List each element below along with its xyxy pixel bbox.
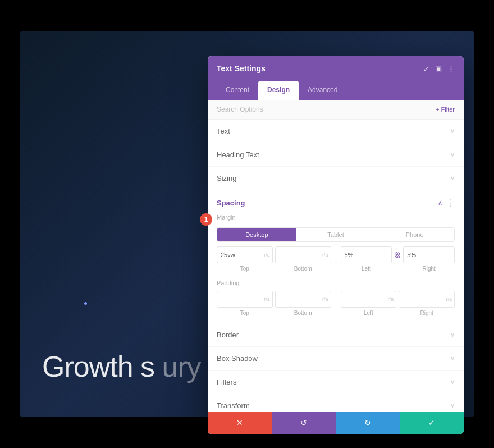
filter-button[interactable]: + Filter — [436, 106, 455, 113]
section-text[interactable]: Text ∨ — [208, 120, 464, 143]
chevron-text: ∨ — [450, 127, 455, 135]
margin-left-field[interactable]: 5% — [341, 246, 392, 263]
section-filters-label: Filters — [217, 378, 236, 386]
resp-tab-desktop[interactable]: Desktop — [217, 228, 296, 241]
modal-body: Text ∨ Heading Text ∨ Sizing ∨ Spacing ∧… — [208, 120, 464, 412]
window-icon[interactable]: ▣ — [435, 65, 442, 73]
spacing-controls: ∧ ⋮ — [438, 198, 455, 208]
section-transform-label: Transform — [217, 401, 250, 410]
text-settings-modal: Text Settings ⤢ ▣ ⋮ Content Design Advan… — [208, 56, 464, 434]
hero-text: Growth s ury — [42, 350, 201, 383]
divider-margin — [336, 246, 336, 272]
hero-dot — [84, 302, 87, 305]
section-heading-text-label: Heading Text — [217, 150, 259, 159]
padding-top-field[interactable]: r/a — [217, 291, 273, 308]
padding-right-field[interactable]: r/a — [399, 291, 455, 308]
margin-top-wrapper: 25vw r/a Top — [217, 246, 273, 272]
padding-top-bottom-group: r/a Top r/a Bottom — [217, 291, 331, 316]
modal-header-icons: ⤢ ▣ ⋮ — [423, 65, 455, 73]
tab-design[interactable]: Design — [258, 81, 299, 100]
margin-right-wrapper: 5% Right — [403, 246, 455, 272]
more-icon[interactable]: ⋮ — [447, 65, 455, 73]
link-icon[interactable]: ⛓ — [394, 252, 401, 259]
padding-left-right-group: r/a Left r/a Right — [341, 291, 455, 316]
padding-left-right: r/a Left r/a Right — [341, 291, 455, 316]
margin-top-label: Top — [217, 266, 273, 272]
margin-bottom-label: Bottom — [275, 266, 331, 272]
spacing-section: Spacing ∧ ⋮ Margin Desktop Tablet Phone — [208, 190, 464, 323]
padding-top-bottom: r/a Top r/a Bottom — [217, 291, 331, 316]
section-border[interactable]: Border ∨ — [208, 323, 464, 347]
padding-bottom-label: Bottom — [275, 310, 331, 316]
padding-bottom-wrapper: r/a Bottom — [275, 291, 331, 316]
margin-left-right-group: 5% Left ⛓ 5% Right — [341, 246, 455, 272]
section-border-label: Border — [217, 331, 239, 339]
save-button[interactable]: ✓ — [400, 412, 464, 434]
margin-bottom-wrapper: r/a Bottom — [275, 246, 331, 272]
chevron-transform: ∨ — [450, 402, 455, 409]
margin-inputs: 25vw r/a Top r/a Bottom — [217, 246, 455, 272]
padding-bottom-ctrl: r/a — [322, 296, 328, 302]
padding-right-ctrl: r/a — [446, 296, 452, 302]
padding-right-label: Right — [399, 310, 455, 316]
section-sizing[interactable]: Sizing ∨ — [208, 167, 464, 190]
padding-label: Padding — [208, 277, 464, 291]
tab-content[interactable]: Content — [217, 81, 258, 100]
margin-label: Margin — [208, 212, 464, 225]
step-badge: 1 — [200, 213, 212, 226]
section-box-shadow[interactable]: Box Shadow ∨ — [208, 347, 464, 371]
padding-left-label: Left — [341, 310, 397, 316]
redo-button[interactable]: ↻ — [336, 412, 400, 434]
section-transform[interactable]: Transform ∨ — [208, 394, 464, 412]
padding-right-wrapper: r/a Right — [399, 291, 455, 316]
margin-left-label: Left — [341, 266, 392, 272]
padding-top-wrapper: r/a Top — [217, 291, 273, 316]
margin-top-field[interactable]: 25vw r/a — [217, 246, 273, 263]
modal-tabs: Content Design Advanced — [208, 81, 464, 100]
cancel-button[interactable]: ✕ — [208, 412, 272, 434]
section-text-label: Text — [217, 127, 230, 135]
margin-bottom-field[interactable]: r/a — [275, 246, 331, 263]
undo-button[interactable]: ↺ — [272, 412, 336, 434]
margin-top-ctrl: r/a — [264, 252, 270, 258]
margin-top-value: 25vw — [221, 252, 235, 258]
tab-advanced[interactable]: Advanced — [299, 81, 346, 100]
resp-tab-tablet[interactable]: Tablet — [296, 228, 376, 241]
chevron-spacing[interactable]: ∧ — [438, 199, 442, 207]
section-heading-text[interactable]: Heading Text ∨ — [208, 143, 464, 167]
padding-top-ctrl: r/a — [264, 296, 270, 302]
resp-tab-phone[interactable]: Phone — [375, 228, 454, 241]
margin-left-right: 5% Left ⛓ 5% Right — [341, 246, 455, 272]
margin-top-bottom-group: 25vw r/a Top r/a Bottom — [217, 246, 331, 272]
spacing-menu[interactable]: ⋮ — [446, 198, 455, 208]
spacing-title: Spacing — [217, 199, 245, 207]
margin-right-value: 5% — [407, 252, 416, 258]
chevron-box-shadow: ∨ — [450, 355, 455, 362]
padding-left-wrapper: r/a Left — [341, 291, 397, 316]
search-bar: Search Options + Filter — [208, 100, 464, 120]
chevron-border: ∨ — [450, 331, 455, 339]
margin-top-bottom: 25vw r/a Top r/a Bottom — [217, 246, 331, 272]
chevron-heading: ∨ — [450, 151, 455, 158]
padding-inputs: r/a Top r/a Bottom — [217, 291, 455, 316]
modal-title: Text Settings — [217, 64, 266, 73]
chevron-filters: ∨ — [450, 378, 455, 386]
margin-left-value: 5% — [345, 252, 354, 258]
divider-padding — [336, 291, 336, 316]
search-placeholder: Search Options — [217, 106, 263, 113]
padding-top-label: Top — [217, 310, 273, 316]
margin-right-field[interactable]: 5% — [403, 246, 455, 263]
spacing-header: Spacing ∧ ⋮ — [208, 190, 464, 212]
margin-right-label: Right — [403, 266, 455, 272]
chevron-sizing: ∨ — [450, 175, 455, 182]
resize-icon[interactable]: ⤢ — [423, 65, 429, 73]
section-box-shadow-label: Box Shadow — [217, 354, 258, 363]
responsive-tabs: Desktop Tablet Phone — [217, 227, 455, 242]
modal-header: Text Settings ⤢ ▣ ⋮ — [208, 56, 464, 81]
margin-left-wrapper: 5% Left — [341, 246, 392, 272]
section-filters[interactable]: Filters ∨ — [208, 371, 464, 394]
padding-left-field[interactable]: r/a — [341, 291, 397, 308]
padding-left-ctrl: r/a — [388, 296, 394, 302]
padding-bottom-field[interactable]: r/a — [275, 291, 331, 308]
section-sizing-label: Sizing — [217, 174, 236, 182]
